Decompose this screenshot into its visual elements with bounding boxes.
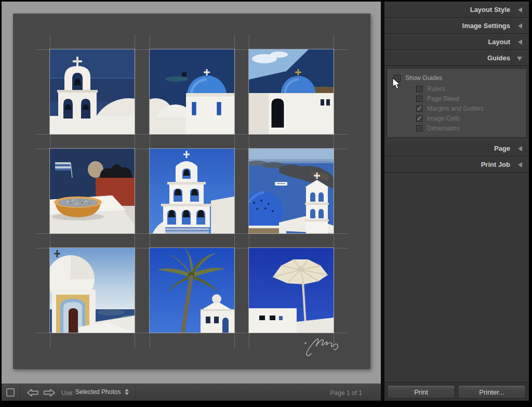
panel-footer: Print Printer... xyxy=(384,382,529,401)
panel-section-layout[interactable]: Layout xyxy=(384,34,529,50)
arrow-left-icon xyxy=(26,388,39,397)
print-button[interactable]: Print xyxy=(387,385,455,399)
page-indicator: Page 1 of 1 xyxy=(330,389,362,397)
photo-cell[interactable] xyxy=(50,149,135,233)
page-bleed-row: Page Bleed xyxy=(387,94,526,103)
page-bleed-checkbox[interactable] xyxy=(416,96,422,102)
panel-section-guides[interactable]: Guides xyxy=(384,50,529,66)
panel-section-image-settings[interactable]: Image Settings xyxy=(384,18,529,34)
print-page xyxy=(13,14,370,369)
collapse-triangle-icon xyxy=(518,23,522,29)
panel-section-page[interactable]: Page xyxy=(384,140,529,156)
toolbar-divider xyxy=(136,385,136,400)
print-preview-area xyxy=(2,2,381,384)
photo-cell[interactable] xyxy=(249,248,334,333)
use-selector[interactable]: Selected Photos xyxy=(75,388,129,396)
toolbar: Use: Selected Photos Page 1 of 1 xyxy=(2,384,381,401)
show-guides-checkbox[interactable] xyxy=(394,75,401,82)
photo-cell[interactable] xyxy=(150,49,234,134)
collapse-triangle-icon xyxy=(518,40,522,45)
secondary-display-button[interactable] xyxy=(6,388,15,397)
collapse-triangle-icon xyxy=(518,7,522,12)
lightroom-print-module: Layout Style Image Settings Layout Guide… xyxy=(0,0,532,407)
photo-cell[interactable] xyxy=(249,149,334,233)
printer-button[interactable]: Printer... xyxy=(458,385,526,399)
previous-page-button[interactable] xyxy=(26,388,39,399)
dimensions-row: Dimensions xyxy=(387,123,526,133)
panel-section-layout-style[interactable]: Layout Style xyxy=(384,2,529,18)
right-panel: Layout Style Image Settings Layout Guide… xyxy=(384,2,529,401)
popup-arrows-icon xyxy=(125,389,129,395)
toolbar-divider xyxy=(20,385,21,400)
margins-gutters-row: Margins and Gutters xyxy=(387,103,526,113)
dimensions-checkbox[interactable] xyxy=(416,125,422,132)
next-page-button[interactable] xyxy=(43,388,56,399)
margins-gutters-checkbox[interactable] xyxy=(416,106,422,112)
collapse-triangle-icon xyxy=(518,162,522,167)
panel-divider xyxy=(381,2,384,401)
photo-cell[interactable] xyxy=(150,248,234,333)
rulers-checkbox[interactable] xyxy=(416,86,422,92)
rulers-row: Rulers xyxy=(387,84,526,94)
photo-cell[interactable] xyxy=(150,149,234,233)
collapse-triangle-icon xyxy=(518,146,522,151)
photo-cell[interactable] xyxy=(50,49,135,134)
show-guides-row: Show Guides xyxy=(387,72,526,84)
photo-cell[interactable] xyxy=(50,248,135,333)
guides-panel-content: Show Guides Rulers Page Bleed Margins an… xyxy=(387,68,527,138)
panel-section-print-job[interactable]: Print Job xyxy=(384,156,529,173)
use-label: Use: xyxy=(61,389,74,397)
image-cells-checkbox[interactable] xyxy=(416,115,422,122)
image-cells-row: Image Cells xyxy=(387,113,526,123)
photo-cell[interactable] xyxy=(249,49,334,134)
expand-triangle-icon xyxy=(517,57,522,61)
arrow-right-icon xyxy=(43,388,56,397)
photographer-signature xyxy=(303,335,347,358)
